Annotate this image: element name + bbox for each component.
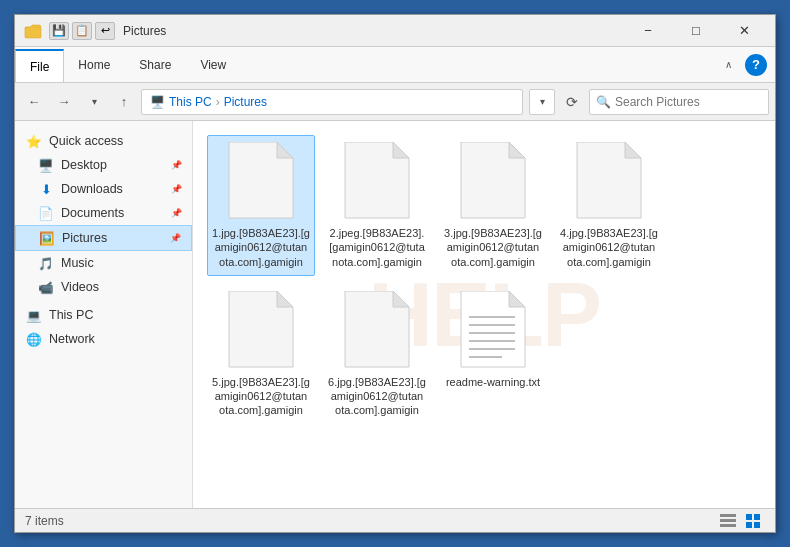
file-icon-5 (225, 291, 297, 371)
sidebar-label-network: Network (49, 332, 95, 346)
refresh-button[interactable]: ⟳ (559, 89, 585, 115)
breadcrumb-sep1: › (216, 95, 220, 109)
main-content: ⭐ Quick access 🖥️ Desktop 📌 ⬇ Downloads … (15, 121, 775, 508)
search-icon: 🔍 (596, 95, 611, 109)
pin-icon-documents: 📌 (171, 208, 182, 218)
file-name-3: 3.jpg.[9B83AE23].[gamigin0612@tutanota.c… (444, 226, 542, 269)
svg-marker-12 (393, 291, 409, 307)
svg-rect-24 (746, 514, 752, 520)
file-name-2: 2.jpeg.[9B83AE23].[gamigin0612@tutanota.… (328, 226, 426, 269)
this-pc-icon: 💻 (25, 306, 43, 324)
back-button[interactable]: ← (21, 89, 47, 115)
sidebar-item-desktop[interactable]: 🖥️ Desktop 📌 (15, 153, 192, 177)
search-box[interactable]: 🔍 (589, 89, 769, 115)
file-item[interactable]: 2.jpeg.[9B83AE23].[gamigin0612@tutanota.… (323, 135, 431, 276)
file-icon-6 (341, 291, 413, 371)
file-name-4: 4.jpg.[9B83AE23].[gamigin0612@tutanota.c… (560, 226, 658, 269)
file-item[interactable]: 1.jpg.[9B83AE23].[gamigin0612@tutanota.c… (207, 135, 315, 276)
documents-icon: 📄 (37, 204, 55, 222)
pin-icon-pictures: 📌 (170, 233, 181, 243)
svg-marker-4 (393, 142, 409, 158)
sidebar-item-music[interactable]: 🎵 Music (15, 251, 192, 275)
svg-rect-21 (720, 514, 736, 517)
svg-marker-8 (625, 142, 641, 158)
list-view-button[interactable] (717, 512, 739, 530)
file-item[interactable]: 3.jpg.[9B83AE23].[gamigin0612@tutanota.c… (439, 135, 547, 276)
desktop-icon: 🖥️ (37, 156, 55, 174)
sidebar-item-this-pc[interactable]: 💻 This PC (15, 303, 192, 327)
pictures-icon: 🖼️ (38, 229, 56, 247)
tab-view[interactable]: View (186, 47, 241, 82)
window-title: Pictures (123, 24, 625, 38)
breadcrumb-icon: 🖥️ (150, 95, 165, 109)
file-area: HELP 1.jpg.[9B83AE23].[gamigin0612@tutan… (193, 121, 775, 508)
videos-icon: 📹 (37, 278, 55, 296)
up-button[interactable]: ↑ (111, 89, 137, 115)
sidebar-item-downloads[interactable]: ⬇ Downloads 📌 (15, 177, 192, 201)
sidebar-label-downloads: Downloads (61, 182, 123, 196)
svg-marker-14 (509, 291, 525, 307)
music-icon: 🎵 (37, 254, 55, 272)
sidebar-item-pictures[interactable]: 🖼️ Pictures 📌 (15, 225, 192, 251)
network-icon: 🌐 (25, 330, 43, 348)
minimize-button[interactable]: − (625, 15, 671, 47)
files-grid: 1.jpg.[9B83AE23].[gamigin0612@tutanota.c… (203, 131, 765, 429)
sidebar-item-videos[interactable]: 📹 Videos (15, 275, 192, 299)
svg-rect-27 (754, 522, 760, 528)
properties-tool[interactable]: 📋 (72, 22, 92, 40)
svg-rect-23 (720, 524, 736, 527)
search-input[interactable] (615, 95, 762, 109)
breadcrumb-thispc[interactable]: This PC (169, 95, 212, 109)
sidebar-label-desktop: Desktop (61, 158, 107, 172)
breadcrumb-pictures[interactable]: Pictures (224, 95, 267, 109)
title-bar: 💾 📋 ↩ Pictures − □ ✕ (15, 15, 775, 47)
undo-tool[interactable]: ↩ (95, 22, 115, 40)
ribbon-chevron[interactable]: ∧ (715, 52, 741, 78)
sidebar-item-network[interactable]: 🌐 Network (15, 327, 192, 351)
file-name-7: readme-warning.txt (446, 375, 540, 389)
file-name-5: 5.jpg.[9B83AE23].[gamigin0612@tutanota.c… (212, 375, 310, 418)
sidebar-label-quick-access: Quick access (49, 134, 123, 148)
tab-share[interactable]: Share (125, 47, 186, 82)
file-name-6: 6.jpg.[9B83AE23].[gamigin0612@tutanota.c… (328, 375, 426, 418)
file-name-1: 1.jpg.[9B83AE23].[gamigin0612@tutanota.c… (212, 226, 310, 269)
file-icon-4 (573, 142, 645, 222)
save-tool[interactable]: 💾 (49, 22, 69, 40)
sidebar-label-this-pc: This PC (49, 308, 93, 322)
close-button[interactable]: ✕ (721, 15, 767, 47)
svg-marker-2 (277, 142, 293, 158)
sidebar-label-documents: Documents (61, 206, 124, 220)
sidebar-label-videos: Videos (61, 280, 99, 294)
breadcrumb[interactable]: 🖥️ This PC › Pictures (141, 89, 523, 115)
sidebar-item-documents[interactable]: 📄 Documents 📌 (15, 201, 192, 225)
quick-tools: 💾 📋 ↩ (49, 22, 115, 40)
tab-file[interactable]: File (15, 49, 64, 82)
file-item[interactable]: 6.jpg.[9B83AE23].[gamigin0612@tutanota.c… (323, 284, 431, 425)
pin-icon-desktop: 📌 (171, 160, 182, 170)
file-item[interactable]: readme-warning.txt (439, 284, 547, 425)
forward-button[interactable]: → (51, 89, 77, 115)
file-icon-3 (457, 142, 529, 222)
svg-rect-22 (720, 519, 736, 522)
maximize-button[interactable]: □ (673, 15, 719, 47)
window-controls: − □ ✕ (625, 15, 767, 47)
status-view-controls (717, 512, 765, 530)
recent-locations-button[interactable]: ▾ (81, 89, 107, 115)
status-bar: 7 items (15, 508, 775, 532)
status-item-count: 7 items (25, 514, 64, 528)
help-button[interactable]: ? (745, 54, 767, 76)
sidebar-label-pictures: Pictures (62, 231, 107, 245)
breadcrumb-dropdown[interactable]: ▾ (529, 89, 555, 115)
svg-rect-26 (746, 522, 752, 528)
file-item[interactable]: 4.jpg.[9B83AE23].[gamigin0612@tutanota.c… (555, 135, 663, 276)
window-icon (23, 21, 43, 41)
detail-view-button[interactable] (743, 512, 765, 530)
svg-marker-6 (509, 142, 525, 158)
star-icon: ⭐ (25, 132, 43, 150)
svg-marker-10 (277, 291, 293, 307)
tab-home[interactable]: Home (64, 47, 125, 82)
file-icon-7 (457, 291, 529, 371)
file-item[interactable]: 5.jpg.[9B83AE23].[gamigin0612@tutanota.c… (207, 284, 315, 425)
sidebar-label-music: Music (61, 256, 94, 270)
sidebar-item-quick-access[interactable]: ⭐ Quick access (15, 129, 192, 153)
